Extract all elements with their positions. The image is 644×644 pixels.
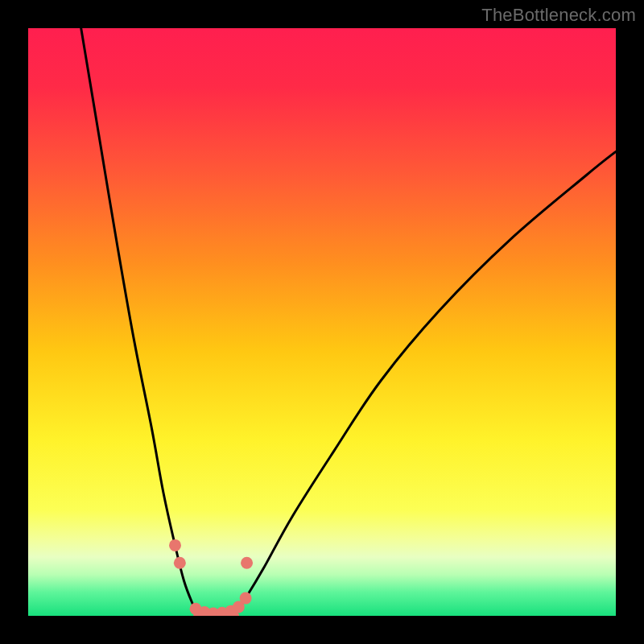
marker-point	[241, 557, 253, 569]
marker-point	[240, 592, 252, 605]
chart-frame: TheBottleneck.com	[0, 0, 644, 644]
marker-point	[169, 539, 181, 551]
marker-point	[174, 557, 186, 569]
series-right-branch	[234, 151, 617, 616]
chart-curves	[28, 28, 616, 616]
watermark-text: TheBottleneck.com	[481, 5, 636, 26]
plot-area	[28, 28, 616, 616]
series-left-branch	[81, 28, 199, 616]
